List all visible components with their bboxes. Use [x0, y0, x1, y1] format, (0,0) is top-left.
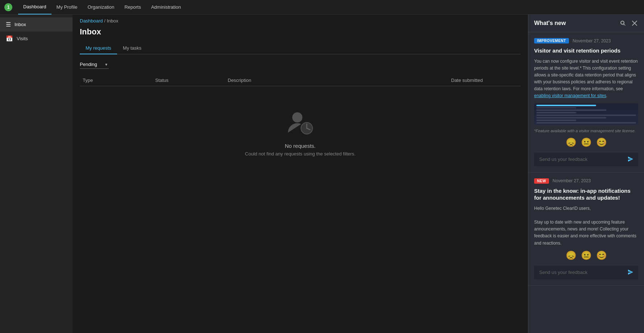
feedback-input-2[interactable]	[534, 265, 623, 279]
send-icon-2	[627, 269, 634, 275]
empty-title: No requests.	[285, 143, 315, 149]
reaction-sad-1[interactable]: 😞	[566, 137, 577, 147]
nav-item-my-profile[interactable]: My Profile	[51, 0, 83, 14]
reaction-happy-2[interactable]: 😊	[596, 250, 607, 261]
col-date: Date submitted	[448, 78, 521, 83]
sidebar-item-inbox[interactable]: ☰ Inbox	[0, 17, 73, 32]
visits-icon: 📅	[6, 35, 13, 42]
status-filter[interactable]: Pending Approved Rejected All	[80, 60, 109, 69]
sidebar-item-label-visits: Visits	[17, 36, 28, 41]
screenshot-line	[536, 112, 576, 113]
nav-item-organization[interactable]: Organization	[82, 0, 119, 14]
panel-header: What's new	[528, 14, 644, 32]
feedback-send-button-1[interactable]	[623, 152, 638, 166]
top-nav: 1 Dashboard My Profile Organization Repo…	[0, 0, 644, 14]
panel-search-button[interactable]	[619, 20, 627, 27]
panel-body: IMPROVEMENT November 27, 2023 Visitor an…	[528, 32, 644, 333]
screenshot-line	[536, 107, 576, 109]
reactions-2: 😞 😐 😊	[534, 250, 638, 261]
news-item-2: NEW November 27, 2023 Stay in the know: …	[528, 172, 644, 286]
whats-new-panel: What's new	[528, 14, 644, 333]
filter-select-wrapper: Pending Approved Rejected All	[80, 60, 109, 69]
send-icon-1	[627, 156, 634, 162]
feedback-row-1	[534, 152, 638, 166]
main-layout: ☰ Inbox 📅 Visits Dashboard / Inbox Inbox…	[0, 14, 644, 333]
empty-subtitle: Could not find any requests using the se…	[245, 151, 356, 157]
panel-title: What's new	[534, 20, 566, 26]
tabs: My requests My tasks	[80, 42, 521, 54]
nav-logo: 1	[4, 3, 12, 11]
news-meta-1: IMPROVEMENT November 27, 2023	[534, 38, 638, 43]
nav-item-dashboard[interactable]: Dashboard	[18, 0, 51, 14]
screenshot-line	[536, 109, 606, 111]
reaction-happy-1[interactable]: 😊	[596, 137, 607, 147]
news-body-1: You can now configure visitor and visit …	[534, 58, 638, 100]
content-area: Dashboard / Inbox Inbox My requests My t…	[73, 14, 528, 333]
reactions-1: 😞 😐 😊	[534, 137, 638, 147]
sidebar-item-visits[interactable]: 📅 Visits	[0, 32, 73, 46]
tab-my-requests[interactable]: My requests	[80, 42, 117, 54]
reaction-neutral-2[interactable]: 😐	[581, 250, 592, 261]
table-header: Type Status Description Date submitted	[80, 75, 521, 86]
tab-my-tasks[interactable]: My tasks	[117, 42, 147, 54]
sidebar: ☰ Inbox 📅 Visits	[0, 14, 73, 333]
breadcrumb-parent[interactable]: Dashboard	[80, 18, 103, 24]
filter-row: Pending Approved Rejected All	[80, 60, 521, 69]
empty-state-icon	[286, 108, 315, 137]
news-link-1[interactable]: enabling visitor management for sites	[534, 93, 606, 98]
news-screenshot-1	[534, 103, 638, 125]
breadcrumb-current: Inbox	[107, 18, 118, 24]
news-body-2: Hello Genetec ClearID users, Stay up to …	[534, 205, 638, 247]
breadcrumb: Dashboard / Inbox	[73, 14, 528, 27]
screenshot-line	[536, 115, 636, 116]
feedback-input-1[interactable]	[534, 152, 623, 166]
screenshot-inner-1	[534, 103, 638, 125]
nav-item-reports[interactable]: Reports	[119, 0, 146, 14]
col-status: Status	[152, 78, 225, 83]
feedback-send-button-2[interactable]	[623, 265, 638, 279]
nav-item-administration[interactable]: Administration	[146, 0, 186, 14]
svg-point-0	[292, 112, 302, 122]
screenshot-line	[536, 120, 576, 121]
col-description: Description	[225, 78, 448, 83]
col-type: Type	[80, 78, 152, 83]
search-icon	[620, 20, 626, 26]
empty-state: No requests. Could not find any requests…	[80, 86, 521, 178]
news-item-1: IMPROVEMENT November 27, 2023 Visitor an…	[528, 32, 644, 172]
screenshot-line	[536, 122, 636, 124]
sidebar-item-label-inbox: Inbox	[15, 22, 26, 27]
reaction-sad-2[interactable]: 😞	[566, 250, 577, 261]
panel-header-actions	[619, 20, 638, 27]
page-title: Inbox	[80, 27, 521, 37]
inbox-icon: ☰	[6, 21, 11, 28]
badge-new-2: NEW	[534, 178, 549, 184]
news-title-2: Stay in the know: in-app notifications f…	[534, 187, 638, 201]
feedback-row-2	[534, 265, 638, 279]
news-date-2: November 27, 2023	[553, 178, 591, 183]
close-icon	[632, 20, 637, 26]
screenshot-line	[536, 105, 596, 106]
news-date-1: November 27, 2023	[573, 38, 611, 43]
reaction-neutral-1[interactable]: 😐	[581, 137, 592, 147]
news-meta-2: NEW November 27, 2023	[534, 178, 638, 184]
news-note-1: *Feature available with a visitor manage…	[534, 129, 638, 133]
panel-close-button[interactable]	[631, 20, 638, 27]
screenshot-line	[536, 117, 606, 118]
badge-improvement-1: IMPROVEMENT	[534, 38, 569, 43]
news-title-1: Visitor and visit retention periods	[534, 47, 638, 54]
page-content: Inbox My requests My tasks Pending Appro…	[73, 27, 528, 333]
